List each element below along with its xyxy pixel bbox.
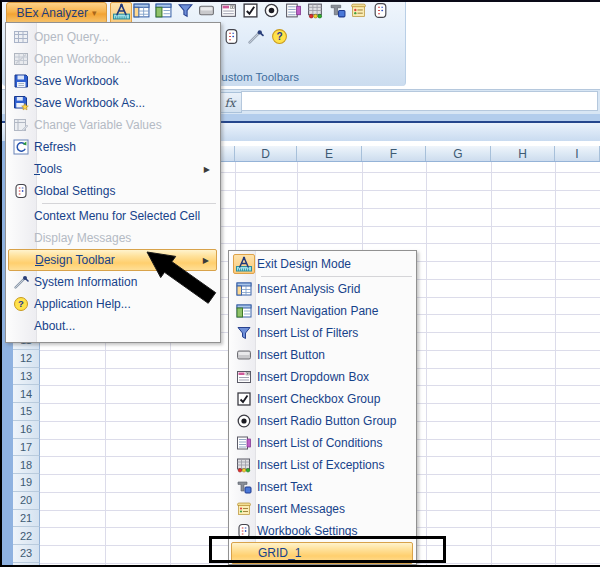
menu-item-label: Open Workbook... bbox=[34, 52, 131, 66]
bex-analyzer-menu-button[interactable]: BEx Analyzer ▾ bbox=[6, 2, 107, 24]
menu-item-save-workbook[interactable]: Save Workbook bbox=[8, 70, 217, 92]
menu-item-label: Insert List of Filters bbox=[257, 326, 358, 340]
open-workbook-icon bbox=[10, 49, 32, 69]
checkbox-group-icon bbox=[242, 2, 259, 23]
row-header-16[interactable]: 16 bbox=[13, 421, 40, 439]
column-header-H[interactable]: H bbox=[491, 146, 555, 161]
formula-input[interactable] bbox=[241, 91, 598, 111]
toolbar-button-messages-icon[interactable] bbox=[349, 2, 369, 23]
row-header-17[interactable]: 17 bbox=[13, 439, 40, 457]
refresh-icon bbox=[10, 137, 32, 157]
fx-icon: fx bbox=[224, 96, 235, 110]
dropdown-box-icon bbox=[220, 2, 237, 23]
design-mode-icon bbox=[113, 3, 130, 24]
menu-item-open-query[interactable]: Open Query... bbox=[8, 26, 217, 48]
row-header-23[interactable]: 23 bbox=[13, 545, 40, 563]
analysis-grid-icon bbox=[133, 2, 150, 23]
menu-item-insert-text[interactable]: Insert Text bbox=[231, 476, 413, 498]
menu-item-insert-messages[interactable]: Insert Messages bbox=[231, 498, 413, 520]
insert-function-button[interactable]: fx bbox=[218, 92, 242, 113]
messages-icon bbox=[233, 499, 255, 519]
workbook-settings-icon bbox=[372, 2, 389, 23]
list-of-exceptions-icon bbox=[233, 455, 255, 475]
row-header-15[interactable]: 15 bbox=[13, 403, 40, 421]
menu-item-insert-navigation-pane[interactable]: Insert Navigation Pane bbox=[231, 300, 413, 322]
toolbar-button-checkbox-group-icon[interactable] bbox=[240, 2, 260, 23]
text-icon bbox=[329, 2, 346, 23]
svg-text:?: ? bbox=[276, 31, 282, 42]
row-header-20[interactable]: 20 bbox=[13, 492, 40, 510]
workbook-settings-icon bbox=[223, 28, 240, 49]
menu-item-global-settings[interactable]: Global Settings bbox=[8, 180, 217, 202]
toolbar-button-button-icon[interactable] bbox=[197, 2, 217, 23]
toolbar-button-navigation-pane-icon[interactable] bbox=[153, 2, 173, 23]
menu-item-context-menu-for-selected-cell[interactable]: Context Menu for Selected Cell bbox=[8, 205, 217, 227]
navigation-pane-icon bbox=[155, 2, 172, 23]
menu-item-label: Insert Text bbox=[257, 480, 312, 494]
text-icon bbox=[233, 477, 255, 497]
column-header-F[interactable]: F bbox=[362, 146, 426, 161]
menu-item-open-workbook[interactable]: Open Workbook... bbox=[8, 48, 217, 70]
bex-analyzer-window: BEx Analyzer ▾ ? Custom Toolbars fx DEFG… bbox=[0, 0, 600, 567]
menu-item-label: Insert Messages bbox=[257, 502, 345, 516]
menu-item-application-help[interactable]: ?Application Help... bbox=[8, 293, 217, 315]
toolbar-button-workbook-settings-icon[interactable] bbox=[370, 2, 390, 23]
menu-item-label: Insert Radio Button Group bbox=[257, 414, 396, 428]
menu-item-insert-dropdown-box[interactable]: Insert Dropdown Box bbox=[231, 366, 413, 388]
menu-separator bbox=[261, 276, 412, 277]
toolbar-button-radio-button-group-icon[interactable] bbox=[262, 2, 282, 23]
row-header-24[interactable]: 24 bbox=[13, 563, 40, 567]
list-of-conditions-icon bbox=[285, 2, 302, 23]
toolbar-button-text-icon[interactable] bbox=[327, 2, 347, 23]
row-header-12[interactable]: 12 bbox=[13, 350, 40, 368]
row-header-19[interactable]: 19 bbox=[13, 474, 40, 492]
list-of-filters-icon bbox=[177, 2, 194, 23]
menu-item-label: Insert Button bbox=[257, 348, 325, 362]
menu-item-refresh[interactable]: Refresh bbox=[8, 136, 217, 158]
list-of-conditions-icon bbox=[233, 433, 255, 453]
menu-item-change-variable-values[interactable]: Change Variable Values bbox=[8, 114, 217, 136]
toolbar-button-workbook-settings-icon[interactable] bbox=[221, 28, 241, 49]
toolbar-button-list-of-filters-icon[interactable] bbox=[175, 2, 195, 23]
menu-item-exit-design-mode[interactable]: Exit Design Mode bbox=[231, 253, 413, 275]
toolbar-button-help-icon[interactable]: ? bbox=[269, 28, 289, 49]
gridline-vertical bbox=[426, 162, 427, 565]
menu-item-save-workbook-as[interactable]: Save Workbook As... bbox=[8, 92, 217, 114]
menu-item-about[interactable]: About... bbox=[8, 315, 217, 337]
column-header-E[interactable]: E bbox=[297, 146, 362, 161]
menu-item-insert-checkbox-group[interactable]: Insert Checkbox Group bbox=[231, 388, 413, 410]
menu-item-label: Global Settings bbox=[34, 184, 115, 198]
toolbar-button-system-info-icon[interactable] bbox=[245, 28, 265, 49]
menu-separator bbox=[42, 203, 216, 204]
menu-item-tools[interactable]: Tools▶ bbox=[8, 158, 217, 180]
help-icon: ? bbox=[10, 294, 32, 314]
menu-item-label: Open Query... bbox=[34, 30, 108, 44]
menu-item-label: Insert Dropdown Box bbox=[257, 370, 369, 384]
row-header-13[interactable]: 13 bbox=[13, 368, 40, 386]
chevron-down-icon: ▾ bbox=[92, 9, 97, 18]
row-header-14[interactable]: 14 bbox=[13, 385, 40, 403]
column-header-I[interactable]: I bbox=[555, 146, 600, 161]
menu-item-insert-list-of-filters[interactable]: Insert List of Filters bbox=[231, 322, 413, 344]
checkbox-group-icon bbox=[233, 389, 255, 409]
toolbar-button-list-of-conditions-icon[interactable] bbox=[284, 2, 304, 23]
menu-item-insert-radio-button-group[interactable]: Insert Radio Button Group bbox=[231, 410, 413, 432]
menu-item-display-messages[interactable]: Display Messages bbox=[8, 227, 217, 249]
row-header-22[interactable]: 22 bbox=[13, 527, 40, 545]
radio-button-group-icon bbox=[263, 2, 280, 23]
row-header-18[interactable]: 18 bbox=[13, 456, 40, 474]
menu-item-insert-button[interactable]: Insert Button bbox=[231, 344, 413, 366]
column-header-G[interactable]: G bbox=[426, 146, 491, 161]
column-header-D[interactable]: D bbox=[235, 146, 297, 161]
row-header-21[interactable]: 21 bbox=[13, 510, 40, 528]
bex-analyzer-label: BEx Analyzer bbox=[17, 6, 88, 20]
menu-item-insert-list-of-conditions[interactable]: Insert List of Conditions bbox=[231, 432, 413, 454]
menu-item-system-information[interactable]: System Information bbox=[8, 271, 217, 293]
toolbar-button-analysis-grid-icon[interactable] bbox=[132, 2, 152, 23]
menu-item-insert-analysis-grid[interactable]: Insert Analysis Grid bbox=[231, 278, 413, 300]
toolbar-button-list-of-exceptions-icon[interactable] bbox=[305, 2, 325, 23]
system-info-icon bbox=[10, 272, 32, 292]
menu-item-insert-list-of-exceptions[interactable]: Insert List of Exceptions bbox=[231, 454, 413, 476]
menu-item-design-toolbar[interactable]: Design Toolbar▶ bbox=[8, 249, 217, 271]
toolbar-button-dropdown-box-icon[interactable] bbox=[219, 2, 239, 23]
